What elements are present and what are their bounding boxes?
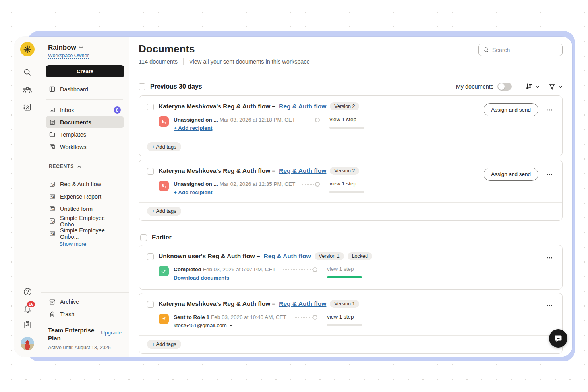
contacts-icon[interactable] (23, 102, 32, 112)
form-doc-icon: A (49, 205, 56, 212)
row-checkbox[interactable] (147, 104, 154, 110)
more-options-icon[interactable] (545, 253, 554, 263)
asterisk-icon (23, 45, 32, 54)
progress-leader (302, 181, 318, 185)
progress-leader (294, 314, 316, 318)
template-link[interactable]: Reg & Auth flow (263, 253, 311, 260)
create-button[interactable]: Create (46, 65, 124, 77)
sidebar-item-label: Trash (60, 311, 75, 317)
search-icon[interactable] (23, 68, 32, 77)
sidebar-item-archive[interactable]: Archive (46, 296, 124, 308)
svg-text:A: A (52, 183, 54, 186)
status-text: Unassigned on ... (174, 117, 218, 123)
status-text: Sent to Role 1 (174, 314, 209, 320)
inbox-count-badge: 8 (114, 106, 121, 114)
download-documents-link[interactable]: Download documents (174, 274, 229, 282)
form-doc-icon: A (49, 181, 56, 188)
recent-item[interactable]: A Reg & Auth flow (46, 178, 124, 190)
status-date: Mar 02, 2026 at 12:35 PM, CET (220, 181, 296, 187)
unassigned-status-icon (159, 116, 169, 127)
progress-bar (327, 276, 362, 278)
document-row: Unknown user's Reg & Auth flow – Reg & A… (139, 245, 563, 290)
user-avatar[interactable] (21, 337, 34, 350)
upgrade-link[interactable]: Upgrade (101, 330, 122, 336)
workspace-name: Rainbow (48, 44, 76, 52)
sidebar-item-workflows[interactable]: Workflows (46, 141, 124, 153)
add-tags-button[interactable]: + Add tags (147, 142, 181, 151)
row-checkbox[interactable] (147, 301, 154, 308)
recipient-email-dropdown[interactable]: ktest6451@gmail.com (174, 322, 233, 329)
desktop-background: 16 Rainbow Workspace Owner Create (0, 0, 588, 392)
more-options-icon[interactable] (545, 170, 554, 179)
select-group-checkbox[interactable] (139, 83, 145, 90)
completed-status-icon (159, 266, 169, 276)
recent-item[interactable]: A Untitled form (46, 203, 124, 215)
help-icon[interactable] (23, 287, 32, 296)
recent-item[interactable]: A Simple Employee Onbo... (46, 227, 124, 239)
add-tags-button[interactable]: + Add tags (147, 207, 181, 216)
recent-item-label: Simple Employee Onbo... (60, 215, 121, 228)
template-link[interactable]: Reg & Auth flow (279, 300, 326, 307)
document-row: Kateryna Meshkova's Reg & Auth flow – Re… (139, 160, 563, 221)
row-checkbox[interactable] (147, 168, 154, 175)
row-checkbox[interactable] (147, 253, 154, 260)
chat-widget-button[interactable] (549, 329, 567, 348)
clipboard-icon[interactable] (23, 320, 32, 330)
more-options-icon[interactable] (545, 301, 554, 310)
locked-badge: Locked (348, 252, 372, 260)
version-badge: Version 1 (330, 300, 359, 308)
page-header: Documents 114 documents View all your se… (129, 37, 572, 70)
assign-and-send-button[interactable]: Assign and send (484, 103, 538, 116)
my-documents-toggle[interactable] (497, 83, 512, 91)
sort-button[interactable] (525, 83, 540, 91)
caret-down-icon (229, 324, 233, 328)
status-text: Completed (174, 266, 201, 272)
recent-item[interactable]: A Simple Employee Onbo... (46, 215, 124, 227)
divider (46, 157, 123, 157)
view-steps-link[interactable]: view 1 step (329, 116, 364, 122)
recent-item[interactable]: A Expense Report (46, 190, 124, 203)
folder-icon (49, 131, 56, 138)
recents-header[interactable]: RECENTS (46, 161, 124, 172)
plan-name: Team Enterprise Plan (48, 326, 96, 343)
search-box[interactable] (478, 44, 563, 56)
sidebar-item-templates[interactable]: Templates (46, 128, 124, 141)
add-tags-button[interactable]: + Add tags (147, 340, 181, 349)
workflow-icon (49, 143, 56, 151)
progress-bar (329, 127, 364, 129)
document-title: Unknown user's Reg & Auth flow – (159, 253, 260, 260)
search-input[interactable] (492, 47, 556, 53)
team-icon[interactable] (23, 85, 32, 95)
notifications-bell-icon[interactable]: 16 (23, 303, 32, 313)
form-doc-icon: A (49, 193, 56, 200)
workspace-switcher[interactable]: Rainbow (48, 44, 122, 52)
archive-icon (49, 298, 56, 305)
view-steps-link[interactable]: view 1 step (327, 266, 362, 272)
sidebar-item-dashboard[interactable]: Dashboard (46, 83, 124, 95)
add-recipient-link[interactable]: + Add recipient (174, 125, 212, 132)
app-logo[interactable] (20, 42, 35, 56)
assign-and-send-button[interactable]: Assign and send (484, 168, 538, 181)
view-steps-link[interactable]: view 1 step (327, 314, 362, 320)
earlier-section-header: Earlier (139, 234, 563, 241)
sidebar-item-inbox[interactable]: Inbox 8 (46, 104, 124, 116)
template-link[interactable]: Reg & Auth flow (279, 103, 326, 110)
add-recipient-link[interactable]: + Add recipient (174, 189, 212, 196)
more-options-icon[interactable] (545, 105, 554, 115)
sidebar-item-trash[interactable]: Trash (46, 308, 124, 321)
form-doc-icon: A (49, 218, 56, 225)
left-rail: 16 (14, 37, 41, 357)
template-link[interactable]: Reg & Auth flow (279, 167, 326, 174)
sidebar-item-documents[interactable]: Documents (46, 116, 124, 128)
chevron-down-icon (558, 85, 563, 89)
documents-count: 114 documents (139, 58, 178, 65)
recent-item-label: Simple Employee Onbo... (60, 227, 121, 240)
filter-button[interactable] (548, 83, 563, 91)
view-steps-link[interactable]: view 1 step (329, 181, 364, 187)
select-group-checkbox[interactable] (140, 234, 147, 241)
svg-text:A: A (52, 196, 54, 199)
workspace-owner-link[interactable]: Workspace Owner (48, 53, 89, 59)
chevron-down-icon (535, 85, 540, 89)
show-more-link[interactable]: Show more (59, 241, 86, 247)
progress-bar (329, 191, 364, 193)
